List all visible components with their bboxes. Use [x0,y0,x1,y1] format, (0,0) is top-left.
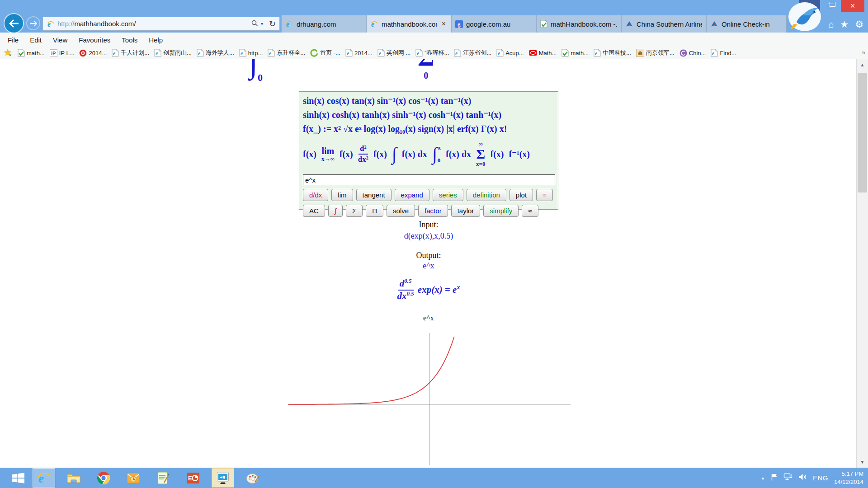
action-center-flag-icon[interactable] [771,473,778,483]
cs-favicon-icon [710,20,718,28]
home-icon[interactable]: ⌂ [828,19,834,30]
page-scrollbar[interactable]: ▲ ▼ [856,59,868,468]
refresh-icon[interactable]: ↻ [269,19,276,29]
iedoc-icon: e [239,49,246,57]
favorite-item-2[interactable]: 2014... [79,49,107,57]
favorite-item-15[interactable]: math... [561,49,589,57]
button-tangent[interactable]: tangent [356,189,392,201]
menu-tools[interactable]: Tools [119,35,140,45]
start-button[interactable] [5,468,31,488]
restore-button[interactable] [820,0,841,12]
button-plot[interactable]: plot [509,189,533,201]
menu-help[interactable]: Help [146,35,165,45]
tab-close-icon[interactable]: × [440,20,447,28]
favorite-label: 创新南山... [163,49,192,57]
tab-china-southern-airline[interactable]: China Southern Airline... [621,15,706,33]
search-dropdown-icon[interactable]: ▾ [261,21,263,26]
iedoc-icon: e [711,49,718,57]
taskbar-app-ie[interactable]: e [33,468,55,488]
taskbar-app-explorer[interactable] [62,468,85,488]
favorite-item-3[interactable]: e千人计划... [112,49,149,57]
button-sym3[interactable]: Π [366,205,383,217]
taskbar-app-notes[interactable] [152,468,175,488]
language-indicator[interactable]: ENG [813,474,828,482]
tab-online-check-in[interactable]: Online Check-in [706,15,787,33]
expression-input[interactable] [303,174,555,185]
back-button[interactable] [4,13,24,33]
google-favicon-icon: g [455,20,463,28]
favorite-item-0[interactable]: math... [18,49,45,57]
tab-google-com-au[interactable]: ggoogle.com.au [451,15,536,33]
favorite-item-8[interactable]: 首页 -... [310,49,340,57]
svg-text:e: e [347,50,349,56]
close-button[interactable]: × [841,0,864,12]
favorite-item-16[interactable]: e中国科技... [594,49,631,57]
button-solve[interactable]: solve [387,205,415,217]
iedoc-icon: e [197,49,204,57]
menu-view[interactable]: View [51,35,70,45]
favorite-item-4[interactable]: e创新南山... [154,49,192,57]
button-taylor[interactable]: taylor [451,205,481,217]
favorite-item-12[interactable]: e江苏省创... [454,49,491,57]
favorite-item-19[interactable]: eFind... [711,49,736,57]
svg-text:e: e [113,50,116,56]
favorite-item-10[interactable]: e英创网 ... [377,49,410,57]
favorite-item-13[interactable]: eAcup... [496,49,524,57]
button-ddx[interactable]: d/dx [303,189,328,201]
favorites-star-icon[interactable]: ★ [840,19,849,30]
clipped-integral-formula: ∫0 [250,59,263,84]
favorite-item-9[interactable]: e2014... [345,49,373,57]
add-favorite-icon[interactable] [4,49,13,57]
favorites-overflow-icon[interactable]: » [862,49,865,56]
iedoc-icon: e [345,49,353,57]
hidden-icons-chevron[interactable]: ▲ [761,476,765,480]
url-text[interactable]: http://mathhandbook.com/ [57,20,251,28]
favorite-item-5[interactable]: e海外学人... [197,49,234,57]
svg-text:e: e [712,50,715,56]
scroll-thumb[interactable] [858,73,867,192]
tab-drhuang-com[interactable]: edrhuang.com [281,15,366,33]
button-expand[interactable]: expand [395,189,429,201]
menu-favourites[interactable]: Favourites [76,35,113,45]
favorite-item-7[interactable]: e东升杯全... [268,49,305,57]
taskbar-app-outlook[interactable] [122,468,145,488]
favorite-item-6[interactable]: ehttp... [239,49,263,57]
button-sym8[interactable]: ≈ [522,205,538,217]
button-sym1[interactable]: ∫ [328,205,343,217]
search-icon[interactable] [251,19,258,28]
button-AC[interactable]: AC [303,205,325,217]
oracle-icon [529,49,537,57]
tab-mathhandbook-com[interactable]: emathhandbook.com× [366,15,451,33]
taskbar-app-rdp[interactable] [212,468,234,488]
favorite-item-14[interactable]: Math... [529,49,557,57]
scroll-down-button[interactable]: ▼ [857,456,868,468]
clock[interactable]: 5:17 PM 14/12/2014 [834,470,863,486]
button-factor[interactable]: factor [418,205,448,217]
forward-button[interactable] [26,16,40,30]
volume-icon[interactable] [798,473,807,483]
favorite-item-11[interactable]: e“春晖杯... [415,49,449,57]
tab-mathhandbook-com[interactable]: mathHandbook.com -... [536,15,621,33]
button-definition[interactable]: definition [467,189,506,201]
svg-text:e: e [156,50,158,56]
favorite-item-18[interactable]: Chin... [679,49,706,57]
bird-logo [788,1,822,34]
favorite-label: 海外学人... [206,49,234,57]
menu-file[interactable]: File [5,35,21,45]
button-lim[interactable]: lim [331,189,353,201]
settings-gear-icon[interactable]: ⚙ [855,19,863,30]
menu-edit[interactable]: Edit [28,35,44,45]
favorite-item-17[interactable]: 南京领军... [636,49,675,57]
favorite-item-1[interactable]: iPIP L... [50,49,75,57]
button-sym2[interactable]: Σ [346,205,363,217]
taskbar-app-paint[interactable] [241,468,264,488]
button-sym7[interactable]: = [536,189,553,201]
taskbar-app-powerpoint[interactable]: E [182,468,204,488]
network-icon[interactable] [783,473,793,483]
button-series[interactable]: series [433,189,463,201]
address-bar[interactable]: e http://mathhandbook.com/ ▾ ↻ [42,17,280,31]
taskbar-app-chrome[interactable] [92,468,115,488]
svg-text:e: e [241,50,243,56]
scroll-up-button[interactable]: ▲ [857,59,868,70]
button-simplify[interactable]: simplify [483,205,519,217]
